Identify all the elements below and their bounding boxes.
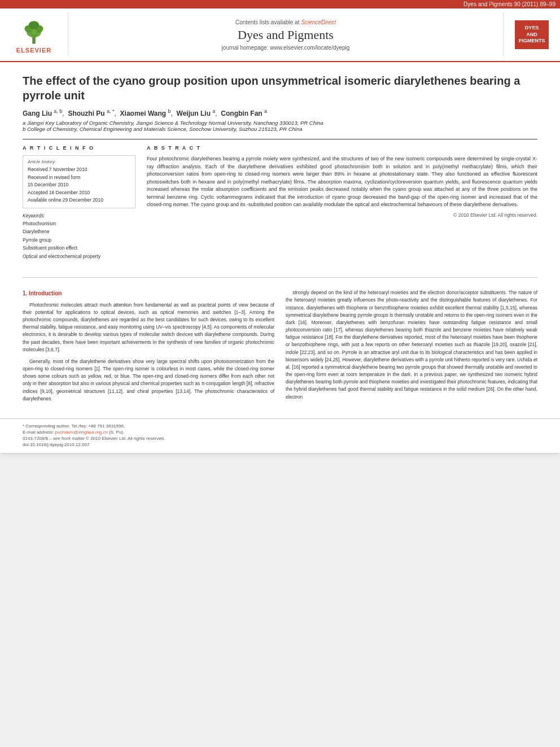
author-1: Gang Liu bbox=[23, 110, 52, 117]
abstract-text: Four photochromic diarylethenes bearing … bbox=[147, 155, 537, 209]
elsevier-name-text: ELSEVIER bbox=[16, 47, 51, 54]
history-label: Article history: bbox=[28, 159, 130, 164]
affiliations: a Jiangxi Key Laboratory of Organic Chem… bbox=[23, 120, 537, 132]
dyes-pigments-badge: DYESANDPIGMENTS bbox=[515, 20, 548, 49]
keyword-1: Photochromism bbox=[23, 220, 135, 228]
journal-header: ELSEVIER Contents lists available at Sci… bbox=[0, 8, 560, 62]
affiliation-b: b College of Chemistry, Chemical Enginee… bbox=[23, 126, 537, 132]
elsevier-logo-area: ELSEVIER bbox=[0, 13, 68, 56]
affiliation-a: a Jiangxi Key Laboratory of Organic Chem… bbox=[23, 120, 537, 126]
corresponding-text: * Corresponding author. Tel./fax: +86 79… bbox=[23, 423, 125, 429]
page: Dyes and Pigments 90 (2011) 89–99 ELS bbox=[0, 0, 560, 453]
received-date: Received 7 November 2010 bbox=[28, 166, 130, 174]
svg-point-4 bbox=[29, 21, 39, 29]
body-divider bbox=[23, 277, 537, 278]
journal-citation-bar: Dyes and Pigments 90 (2011) 89–99 bbox=[0, 0, 560, 8]
keywords-list: Photochromism Diarylethene Pyrrole group… bbox=[23, 220, 135, 260]
available-date: Available online 29 December 2010 bbox=[28, 196, 130, 204]
keyword-4: Substituent position effect bbox=[23, 244, 135, 252]
sciencedirect-prefix: Contents lists available at bbox=[235, 19, 301, 25]
keywords-label: Keywords: bbox=[23, 213, 135, 219]
article-info-panel: A R T I C L E I N F O Article history: R… bbox=[23, 145, 135, 260]
svg-rect-0 bbox=[32, 37, 36, 44]
journal-badge-area: DYESANDPIGMENTS bbox=[504, 13, 560, 56]
right-para-1: strongly depend on the kind of the heter… bbox=[286, 289, 537, 401]
sciencedirect-link-text: ScienceDirect bbox=[301, 19, 336, 25]
revised-label: Received in revised form bbox=[28, 174, 130, 182]
journal-homepage-text: journal homepage: www.elsevier.com/locat… bbox=[222, 45, 350, 51]
info-abstract-section: A R T I C L E I N F O Article history: R… bbox=[23, 139, 537, 260]
article-info-heading: A R T I C L E I N F O bbox=[23, 145, 135, 151]
email-address: pushouhi@xinghua.org.cn bbox=[55, 430, 108, 435]
email-label: E-mail address: bbox=[23, 430, 54, 435]
article-history-box: Article history: Received 7 November 201… bbox=[23, 155, 135, 208]
doi-line: doi:10.1016/j.dyepig.2010.12.007 bbox=[23, 442, 537, 447]
issn-line: 0143-7208/$ – see front matter © 2010 El… bbox=[23, 436, 537, 441]
abstract-heading: A B S T R A C T bbox=[147, 145, 537, 151]
page-footer: * Corresponding author. Tel./fax: +86 79… bbox=[0, 418, 560, 453]
badge-text: DYESANDPIGMENTS bbox=[518, 25, 545, 43]
copyright-notice: © 2010 Elsevier Ltd. All rights reserved… bbox=[147, 212, 537, 218]
elsevier-logo: ELSEVIER bbox=[16, 16, 51, 54]
intro-heading: 1. Introduction bbox=[23, 289, 274, 298]
authors-line: Gang Liu a, b, Shouzhi Pu a, *, Xiaomei … bbox=[23, 108, 537, 117]
article-title: The effect of the cyano group position u… bbox=[23, 73, 537, 103]
journal-info-center: Contents lists available at ScienceDirec… bbox=[68, 13, 504, 56]
keyword-2: Diarylethene bbox=[23, 228, 135, 235]
author-4: Weijun Liu bbox=[177, 110, 211, 117]
body-two-column: 1. Introduction Photochromic molecules a… bbox=[0, 283, 560, 418]
elsevier-tree-icon bbox=[17, 16, 51, 47]
article-content: The effect of the cyano group position u… bbox=[0, 62, 560, 272]
sciencedirect-line: Contents lists available at ScienceDirec… bbox=[235, 19, 336, 25]
abstract-paragraph: Four photochromic diarylethenes bearing … bbox=[147, 155, 537, 209]
author-3: Xiaomei Wang bbox=[120, 110, 167, 117]
email-line: E-mail address: pushouhi@xinghua.org.cn … bbox=[23, 430, 537, 435]
journal-citation-text: Dyes and Pigments 90 (2011) 89–99 bbox=[463, 1, 555, 7]
keywords-box: Keywords: Photochromism Diarylethene Pyr… bbox=[23, 213, 135, 260]
body-left-column: 1. Introduction Photochromic molecules a… bbox=[23, 289, 274, 407]
journal-title-header: Dyes and Pigments bbox=[238, 28, 334, 42]
revised-date: 15 December 2010 bbox=[28, 181, 130, 189]
keyword-5: Optical and electrochemical property bbox=[23, 252, 135, 260]
email-suffix: (S. Pu). bbox=[109, 430, 124, 435]
intro-para-1: Photochromic molecules attract much atte… bbox=[23, 302, 274, 353]
intro-para-2: Generally, most of the diarylethene deri… bbox=[23, 358, 274, 403]
author-2: Shouzhi Pu bbox=[68, 110, 104, 117]
corresponding-author: * Corresponding author. Tel./fax: +86 79… bbox=[23, 423, 537, 429]
keyword-3: Pyrrole group bbox=[23, 236, 135, 244]
abstract-panel: A B S T R A C T Four photochromic diaryl… bbox=[147, 145, 537, 260]
body-right-column: strongly depend on the kind of the heter… bbox=[286, 289, 537, 407]
article-dates: Received 7 November 2010 Received in rev… bbox=[28, 166, 130, 204]
accepted-date: Accepted 16 December 2010 bbox=[28, 189, 130, 197]
author-5: Congbin Fan bbox=[221, 110, 262, 117]
